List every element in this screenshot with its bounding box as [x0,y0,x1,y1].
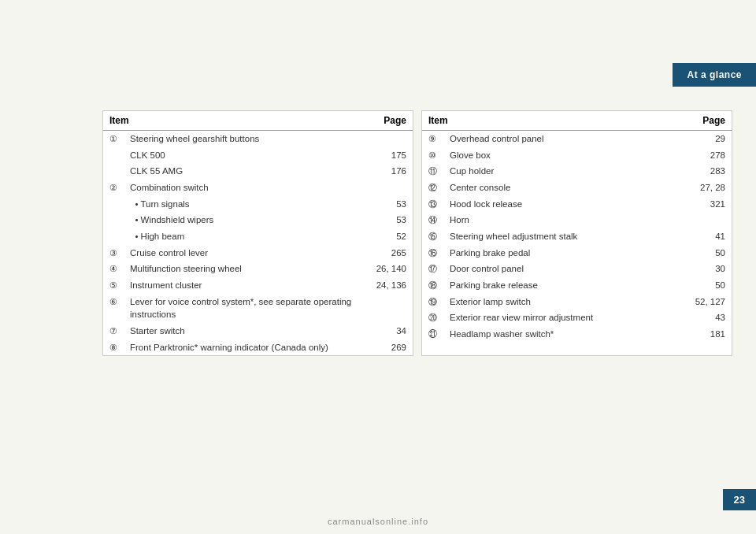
table-row: ⑧Front Parktronic* warning indicator (Ca… [103,339,413,356]
item-number: ⑥ [103,294,124,323]
item-number: ⑮ [422,228,443,245]
item-label: Steering wheel adjustment stalk [443,228,669,245]
item-page [370,131,413,147]
item-label: Headlamp washer switch* [443,326,669,343]
sub-item-label: • Turn signals [124,196,370,213]
item-number: ③ [103,245,124,261]
section-tab: At a glance [673,63,756,87]
item-label: Parking brake release [443,277,669,294]
table-row: ⑳Exterior rear view mirror adjustment43 [422,310,732,326]
table-row: ⑤Instrument cluster24, 136 [103,277,413,294]
table-row: ⑭Horn [422,212,732,228]
item-label: Starter switch [124,323,370,339]
table-row: ⑥Lever for voice control system*, see se… [103,294,413,323]
item-label: Multifunction steering wheel [124,261,370,277]
item-page: 34 [370,323,413,339]
table-row: ⑩Glove box278 [422,147,732,164]
item-page [669,212,732,228]
table-row: • Windshield wipers53 [103,212,413,228]
item-number: ⑬ [422,196,443,213]
item-number: ⑲ [422,294,443,310]
item-number: ⑨ [422,131,443,147]
left-page-header: Page [370,111,413,131]
item-label: Center console [443,180,669,196]
item-page: 321 [669,196,732,213]
item-label: Horn [443,212,669,228]
table-row: ⑯Parking brake pedal50 [422,245,732,261]
item-label: Instrument cluster [124,277,370,294]
item-label: Parking brake pedal [443,245,669,261]
item-page: 52, 127 [669,294,732,310]
table-row: ①Steering wheel gearshift buttons [103,131,413,147]
item-label: Cup holder [443,163,669,180]
right-table: Item Page ⑨Overhead control panel29⑩Glov… [421,110,732,356]
watermark: carmanualsonline.info [328,517,428,526]
item-number: ② [103,180,124,196]
left-table: Item Page ①Steering wheel gearshift butt… [102,110,413,356]
page: At a glance Item Page ①Steering wheel ge… [0,0,756,534]
table-row: ⑫Center console27, 28 [422,180,732,196]
table-row: CLK 500175 [103,147,413,164]
item-page: 29 [669,131,732,147]
item-number: ⑳ [422,310,443,326]
item-number: ⑪ [422,163,443,180]
item-page: 269 [370,339,413,356]
item-page: 27, 28 [669,180,732,196]
item-page: 41 [669,228,732,245]
item-page: 26, 140 [370,261,413,277]
item-page: 265 [370,245,413,261]
item-page: 24, 136 [370,277,413,294]
item-label: Lever for voice control system*, see sep… [124,294,370,323]
right-page-header: Page [669,111,732,131]
sub-item-page: 53 [370,196,413,213]
item-number: ⑭ [422,212,443,228]
item-page: 278 [669,147,732,164]
item-label: Combination switch [124,180,370,196]
sub-item-label: CLK 55 AMG [124,163,370,180]
right-item-header: Item [422,111,669,131]
item-number: ⑦ [103,323,124,339]
table-row: ⑰Door control panel30 [422,261,732,277]
item-label: Steering wheel gearshift buttons [124,131,370,147]
table-row: ⑦Starter switch34 [103,323,413,339]
item-page: 283 [669,163,732,180]
item-page: 50 [669,277,732,294]
item-label: Cruise control lever [124,245,370,261]
item-label: Exterior lamp switch [443,294,669,310]
table-row: • Turn signals53 [103,196,413,213]
item-page [370,180,413,196]
item-page: 181 [669,326,732,343]
sub-item-label: • High beam [124,228,370,245]
page-number: 23 [723,489,756,510]
item-label: Overhead control panel [443,131,669,147]
item-label: Door control panel [443,261,669,277]
item-number: ⑱ [422,277,443,294]
table-row: ⑬Hood lock release321 [422,196,732,213]
sub-item-label: • Windshield wipers [124,212,370,228]
table-row: ⑪Cup holder283 [422,163,732,180]
table-row: ②Combination switch [103,180,413,196]
sub-item-page: 52 [370,228,413,245]
item-number: ⑧ [103,339,124,356]
table-row: • High beam52 [103,228,413,245]
left-item-header: Item [103,111,370,131]
item-number: ⑰ [422,261,443,277]
item-number: ㉑ [422,326,443,343]
item-number: ④ [103,261,124,277]
item-label: Hood lock release [443,196,669,213]
sub-item-page: 176 [370,163,413,180]
item-page [370,294,413,323]
content-area: Item Page ①Steering wheel gearshift butt… [102,110,732,356]
item-label: Exterior rear view mirror adjustment [443,310,669,326]
sub-item-page: 175 [370,147,413,164]
table-row: ⑲Exterior lamp switch52, 127 [422,294,732,310]
item-label: Front Parktronic* warning indicator (Can… [124,339,370,356]
table-row: ④Multifunction steering wheel26, 140 [103,261,413,277]
table-row: ⑱Parking brake release50 [422,277,732,294]
item-label: Glove box [443,147,669,164]
item-number: ⑤ [103,277,124,294]
item-number: ① [103,131,124,147]
table-row: CLK 55 AMG176 [103,163,413,180]
sub-item-page: 53 [370,212,413,228]
item-number: ⑯ [422,245,443,261]
